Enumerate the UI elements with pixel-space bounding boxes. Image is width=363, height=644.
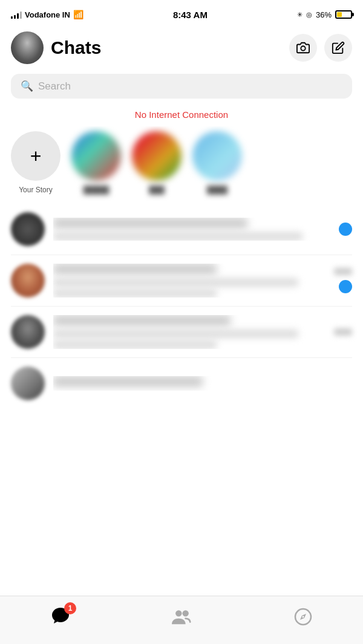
chat-content-2	[53, 264, 325, 298]
search-placeholder: Search	[38, 80, 71, 93]
chat-avatar-1	[11, 212, 45, 246]
nav-chats-icon-wrapper: 1	[51, 606, 70, 628]
story-item-3[interactable]: ███	[132, 131, 182, 194]
compose-icon	[332, 41, 345, 54]
wifi-icon: 📶	[73, 10, 83, 19]
chat-msg-3b	[53, 340, 217, 349]
search-icon: 🔍	[21, 80, 33, 93]
header-actions	[289, 34, 352, 62]
story-label-3: ███	[149, 186, 165, 194]
compose-button[interactable]	[324, 34, 352, 62]
chat-item[interactable]	[11, 307, 352, 358]
no-internet-banner: No Internet Connection	[0, 106, 363, 126]
chat-item[interactable]	[11, 255, 352, 307]
plus-icon: +	[30, 146, 42, 166]
chat-list	[0, 204, 363, 409]
story-label-4: ████	[207, 186, 227, 194]
chat-avatar-4	[11, 366, 45, 400]
chat-name-3	[53, 315, 231, 326]
battery-fill	[337, 12, 342, 17]
chat-badge: 1	[64, 602, 76, 614]
user-avatar[interactable]	[11, 31, 44, 64]
status-bar: Vodafone IN 📶 8:43 AM ✳ ◎ 36%	[0, 0, 363, 27]
svg-point-5	[302, 616, 304, 617]
chat-name-1	[53, 218, 247, 229]
svg-point-2	[182, 610, 188, 616]
chat-right-2	[334, 268, 352, 293]
chat-right-1	[339, 223, 352, 236]
svg-point-1	[175, 610, 182, 616]
location-icon: ◎	[306, 11, 312, 19]
story-label-2: █████	[83, 186, 110, 194]
page-title: Chats	[51, 37, 289, 58]
unread-badge-1	[339, 223, 352, 236]
chat-content-4	[53, 376, 352, 391]
chat-right-3	[334, 328, 352, 336]
bottom-nav: 1	[0, 596, 363, 644]
your-story-label: Your Story	[19, 186, 53, 194]
nav-chats[interactable]: 1	[51, 606, 70, 628]
status-right: ✳ ◎ 36%	[297, 10, 352, 19]
chat-name-2	[53, 264, 217, 275]
chat-content-3	[53, 315, 325, 349]
carrier-text: Vodafone IN	[25, 10, 70, 19]
chat-item[interactable]	[11, 204, 352, 255]
chat-msg-2b	[53, 289, 217, 298]
status-left: Vodafone IN 📶	[11, 10, 83, 19]
brightness-icon: ✳	[297, 11, 302, 19]
people-icon	[172, 608, 192, 626]
chat-msg-3	[53, 330, 298, 338]
nav-people[interactable]	[172, 608, 192, 626]
chat-name-4	[53, 376, 203, 387]
chat-msg-2	[53, 278, 298, 287]
story-avatar-2	[71, 131, 121, 181]
chat-item[interactable]	[11, 358, 352, 409]
chat-avatar-2	[11, 264, 45, 298]
story-item-2[interactable]: █████	[71, 131, 121, 194]
chat-avatar-3	[11, 315, 45, 349]
chat-time-2	[334, 268, 352, 275]
story-item-4[interactable]: ████	[192, 131, 242, 194]
camera-icon	[296, 41, 310, 54]
battery-icon	[335, 10, 352, 19]
chat-content-1	[53, 218, 330, 241]
stories-row: + Your Story █████ ███ ████	[0, 126, 363, 204]
unread-badge-2	[339, 280, 352, 293]
chat-time-3	[334, 328, 352, 336]
search-bar[interactable]: 🔍 Search	[11, 74, 352, 99]
add-story-button[interactable]: +	[11, 131, 60, 181]
battery-percentage: 36%	[316, 10, 332, 19]
svg-point-0	[301, 46, 305, 50]
compass-icon	[294, 608, 312, 626]
signal-bars-icon	[11, 10, 22, 19]
story-avatar-3	[132, 131, 182, 181]
chat-msg-1	[53, 232, 302, 241]
your-story-item[interactable]: + Your Story	[11, 131, 60, 194]
status-time: 8:43 AM	[173, 10, 208, 20]
no-internet-text: No Internet Connection	[135, 109, 228, 120]
camera-button[interactable]	[289, 34, 317, 62]
story-avatar-4	[192, 131, 242, 181]
avatar-image	[11, 31, 44, 64]
nav-discover[interactable]	[294, 608, 312, 626]
header: Chats	[0, 27, 363, 71]
